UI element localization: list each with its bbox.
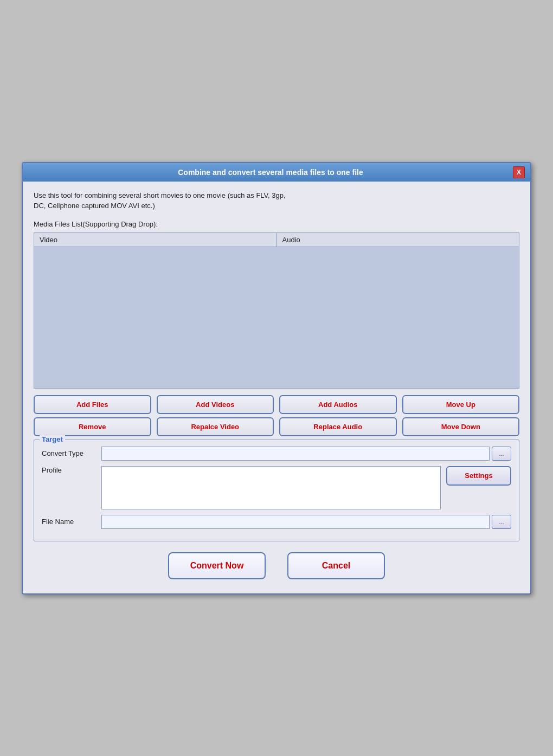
cancel-button[interactable]: Cancel	[287, 552, 385, 579]
convert-type-row: Convert Type ...	[42, 447, 511, 461]
settings-button[interactable]: Settings	[446, 466, 511, 486]
target-section: Target Convert Type ... Profile Settings…	[34, 440, 519, 541]
button-row-1: Add Files Add Videos Add Audios Move Up	[34, 395, 519, 414]
convert-type-input[interactable]	[101, 447, 490, 461]
file-list-body[interactable]	[34, 247, 519, 388]
profile-row: Profile Settings	[42, 466, 511, 509]
convert-type-browse-button[interactable]: ...	[492, 447, 511, 461]
file-name-browse-button[interactable]: ...	[492, 515, 511, 529]
dialog-body: Use this tool for combining several shor…	[23, 182, 530, 593]
move-up-button[interactable]: Move Up	[402, 395, 520, 414]
remove-button[interactable]: Remove	[34, 417, 151, 436]
description: Use this tool for combining several shor…	[34, 190, 519, 211]
file-list-container: Video Audio	[34, 232, 519, 389]
file-name-input[interactable]	[101, 515, 490, 529]
target-legend: Target	[40, 435, 65, 443]
description-line1: Use this tool for combining several shor…	[34, 190, 519, 201]
media-list-label: Media Files List(Supporting Drag Drop):	[34, 220, 519, 228]
title-bar: Combine and convert several media files …	[23, 163, 530, 182]
profile-label: Profile	[42, 466, 101, 474]
replace-audio-button[interactable]: Replace Audio	[279, 417, 397, 436]
add-files-button[interactable]: Add Files	[34, 395, 151, 414]
file-list-header: Video Audio	[34, 233, 519, 247]
replace-video-button[interactable]: Repalce Video	[157, 417, 274, 436]
dialog-title: Combine and convert several media files …	[28, 168, 513, 177]
add-audios-button[interactable]: Add Audios	[279, 395, 397, 414]
description-line2: DC, Cellphone captured MOV AVI etc.)	[34, 201, 519, 211]
file-name-label: File Name	[42, 518, 101, 526]
move-down-button[interactable]: Move Down	[402, 417, 520, 436]
bottom-buttons: Convert Now Cancel	[34, 541, 519, 585]
convert-now-button[interactable]: Convert Now	[168, 552, 266, 579]
dialog-window: Combine and convert several media files …	[22, 162, 531, 595]
close-button[interactable]: X	[513, 166, 525, 178]
column-audio: Audio	[277, 233, 519, 247]
button-row-2: Remove Repalce Video Replace Audio Move …	[34, 417, 519, 436]
file-name-row: File Name ...	[42, 515, 511, 529]
add-videos-button[interactable]: Add Videos	[157, 395, 274, 414]
column-video: Video	[34, 233, 277, 247]
profile-textarea[interactable]	[101, 466, 441, 509]
convert-type-label: Convert Type	[42, 449, 101, 457]
